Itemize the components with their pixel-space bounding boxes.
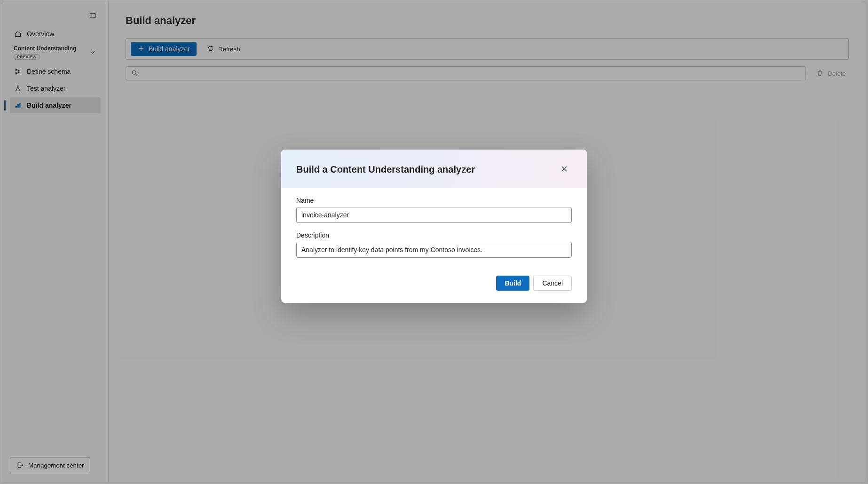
- close-icon: [561, 166, 568, 174]
- name-field-label: Name: [296, 197, 572, 204]
- description-field-input[interactable]: [296, 242, 572, 258]
- dialog-title: Build a Content Understanding analyzer: [296, 164, 475, 175]
- name-field-input[interactable]: [296, 207, 572, 223]
- build-analyzer-dialog: Build a Content Understanding analyzer N…: [281, 150, 587, 303]
- dialog-body: Name Description: [281, 188, 587, 270]
- modal-overlay[interactable]: Build a Content Understanding analyzer N…: [0, 0, 868, 484]
- description-field-label: Description: [296, 231, 572, 239]
- dialog-close-button[interactable]: [557, 162, 572, 177]
- dialog-build-button[interactable]: Build: [496, 276, 529, 291]
- dialog-header: Build a Content Understanding analyzer: [281, 150, 587, 188]
- dialog-footer: Build Cancel: [281, 270, 587, 303]
- dialog-cancel-button[interactable]: Cancel: [533, 276, 572, 291]
